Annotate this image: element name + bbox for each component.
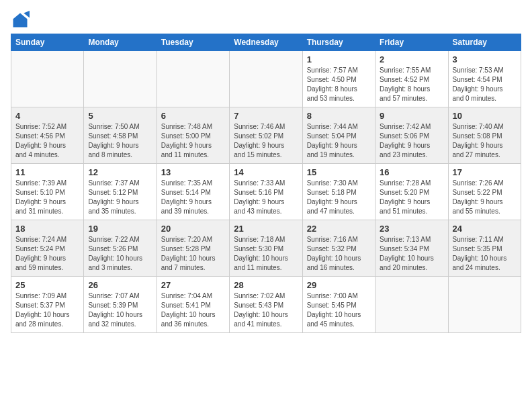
day-number: 22 (307, 224, 371, 234)
calendar-day-cell: 15Sunrise: 7:30 AM Sunset: 5:18 PM Dayli… (302, 164, 375, 220)
day-info: Sunrise: 7:28 AM Sunset: 5:20 PM Dayligh… (380, 179, 443, 216)
day-number: 26 (88, 280, 152, 290)
day-info: Sunrise: 7:26 AM Sunset: 5:22 PM Dayligh… (453, 179, 517, 216)
weekday-header-monday: Monday (84, 34, 157, 51)
day-info: Sunrise: 7:57 AM Sunset: 4:50 PM Dayligh… (307, 66, 371, 103)
day-info: Sunrise: 7:53 AM Sunset: 4:54 PM Dayligh… (453, 66, 517, 103)
day-number: 21 (234, 224, 298, 234)
svg-marker-1 (24, 11, 30, 18)
calendar-week-row: 18Sunrise: 7:24 AM Sunset: 5:24 PM Dayli… (11, 220, 521, 277)
day-info: Sunrise: 7:52 AM Sunset: 4:56 PM Dayligh… (15, 122, 79, 160)
calendar-day-cell: 29Sunrise: 7:00 AM Sunset: 5:45 PM Dayli… (302, 277, 375, 333)
calendar-day-cell: 12Sunrise: 7:37 AM Sunset: 5:12 PM Dayli… (84, 164, 157, 220)
calendar-day-cell: 21Sunrise: 7:18 AM Sunset: 5:30 PM Dayli… (230, 220, 302, 277)
day-info: Sunrise: 7:22 AM Sunset: 5:26 PM Dayligh… (88, 235, 152, 273)
calendar-day-cell: 20Sunrise: 7:20 AM Sunset: 5:28 PM Dayli… (157, 220, 229, 277)
calendar-day-cell: 6Sunrise: 7:48 AM Sunset: 5:00 PM Daylig… (157, 107, 229, 164)
weekday-header-saturday: Saturday (448, 34, 521, 51)
day-info: Sunrise: 7:33 AM Sunset: 5:16 PM Dayligh… (234, 179, 298, 216)
calendar-day-cell: 13Sunrise: 7:35 AM Sunset: 5:14 PM Dayli… (157, 164, 229, 220)
day-number: 2 (380, 54, 443, 64)
day-number: 8 (307, 111, 371, 121)
day-info: Sunrise: 7:07 AM Sunset: 5:39 PM Dayligh… (88, 291, 152, 329)
calendar-day-cell: 19Sunrise: 7:22 AM Sunset: 5:26 PM Dayli… (84, 220, 157, 277)
calendar-day-cell: 22Sunrise: 7:16 AM Sunset: 5:32 PM Dayli… (302, 220, 375, 277)
calendar-day-cell: 9Sunrise: 7:42 AM Sunset: 5:06 PM Daylig… (375, 107, 448, 164)
calendar-day-cell: 2Sunrise: 7:55 AM Sunset: 4:52 PM Daylig… (375, 51, 448, 107)
day-number: 18 (15, 224, 79, 234)
day-info: Sunrise: 7:40 AM Sunset: 5:08 PM Dayligh… (453, 122, 517, 160)
calendar-day-cell (448, 277, 521, 333)
day-number: 24 (453, 224, 517, 234)
day-info: Sunrise: 7:55 AM Sunset: 4:52 PM Dayligh… (380, 66, 443, 103)
day-number: 16 (380, 167, 443, 177)
day-number: 14 (234, 167, 298, 177)
calendar-day-cell: 11Sunrise: 7:39 AM Sunset: 5:10 PM Dayli… (11, 164, 84, 220)
calendar-day-cell: 4Sunrise: 7:52 AM Sunset: 4:56 PM Daylig… (11, 107, 84, 164)
calendar-day-cell: 1Sunrise: 7:57 AM Sunset: 4:50 PM Daylig… (302, 51, 375, 107)
weekday-header-thursday: Thursday (302, 34, 375, 51)
calendar-day-cell: 14Sunrise: 7:33 AM Sunset: 5:16 PM Dayli… (230, 164, 302, 220)
day-info: Sunrise: 7:35 AM Sunset: 5:14 PM Dayligh… (161, 179, 225, 216)
calendar-day-cell: 27Sunrise: 7:04 AM Sunset: 5:41 PM Dayli… (157, 277, 229, 333)
calendar-day-cell (375, 277, 448, 333)
day-info: Sunrise: 7:37 AM Sunset: 5:12 PM Dayligh… (88, 179, 152, 216)
day-info: Sunrise: 7:50 AM Sunset: 4:58 PM Dayligh… (88, 122, 152, 160)
day-number: 6 (161, 111, 225, 121)
day-info: Sunrise: 7:39 AM Sunset: 5:10 PM Dayligh… (15, 179, 79, 216)
calendar-day-cell: 26Sunrise: 7:07 AM Sunset: 5:39 PM Dayli… (84, 277, 157, 333)
calendar-week-row: 25Sunrise: 7:09 AM Sunset: 5:37 PM Dayli… (11, 277, 521, 333)
day-info: Sunrise: 7:30 AM Sunset: 5:18 PM Dayligh… (307, 179, 371, 216)
day-number: 9 (380, 111, 443, 121)
calendar-day-cell: 23Sunrise: 7:13 AM Sunset: 5:34 PM Dayli… (375, 220, 448, 277)
weekday-header-sunday: Sunday (11, 34, 84, 51)
day-number: 7 (234, 111, 298, 121)
logo (11, 11, 32, 30)
day-number: 25 (15, 280, 79, 290)
calendar-day-cell: 18Sunrise: 7:24 AM Sunset: 5:24 PM Dayli… (11, 220, 84, 277)
calendar-week-row: 1Sunrise: 7:57 AM Sunset: 4:50 PM Daylig… (11, 51, 521, 107)
day-info: Sunrise: 7:00 AM Sunset: 5:45 PM Dayligh… (307, 291, 371, 329)
day-number: 5 (88, 111, 152, 121)
calendar-week-row: 11Sunrise: 7:39 AM Sunset: 5:10 PM Dayli… (11, 164, 521, 220)
calendar-day-cell: 25Sunrise: 7:09 AM Sunset: 5:37 PM Dayli… (11, 277, 84, 333)
page-header (11, 11, 521, 30)
calendar-day-cell (230, 51, 302, 107)
weekday-header-tuesday: Tuesday (157, 34, 229, 51)
day-number: 4 (15, 111, 79, 121)
day-info: Sunrise: 7:02 AM Sunset: 5:43 PM Dayligh… (234, 291, 298, 329)
calendar-day-cell (84, 51, 157, 107)
day-number: 19 (88, 224, 152, 234)
calendar-day-cell: 5Sunrise: 7:50 AM Sunset: 4:58 PM Daylig… (84, 107, 157, 164)
day-info: Sunrise: 7:04 AM Sunset: 5:41 PM Dayligh… (161, 291, 225, 329)
weekday-header-friday: Friday (375, 34, 448, 51)
calendar-day-cell: 17Sunrise: 7:26 AM Sunset: 5:22 PM Dayli… (448, 164, 521, 220)
calendar-day-cell (11, 51, 84, 107)
calendar-day-cell (157, 51, 229, 107)
day-number: 15 (307, 167, 371, 177)
day-info: Sunrise: 7:09 AM Sunset: 5:37 PM Dayligh… (15, 291, 79, 329)
day-number: 12 (88, 167, 152, 177)
day-info: Sunrise: 7:20 AM Sunset: 5:28 PM Dayligh… (161, 235, 225, 273)
day-number: 20 (161, 224, 225, 234)
calendar-day-cell: 3Sunrise: 7:53 AM Sunset: 4:54 PM Daylig… (448, 51, 521, 107)
day-number: 23 (380, 224, 443, 234)
calendar-day-cell: 8Sunrise: 7:44 AM Sunset: 5:04 PM Daylig… (302, 107, 375, 164)
day-number: 28 (234, 280, 298, 290)
calendar-day-cell: 10Sunrise: 7:40 AM Sunset: 5:08 PM Dayli… (448, 107, 521, 164)
day-number: 3 (453, 54, 517, 64)
calendar-week-row: 4Sunrise: 7:52 AM Sunset: 4:56 PM Daylig… (11, 107, 521, 164)
day-number: 17 (453, 167, 517, 177)
day-number: 13 (161, 167, 225, 177)
day-info: Sunrise: 7:18 AM Sunset: 5:30 PM Dayligh… (234, 235, 298, 273)
svg-marker-0 (13, 13, 28, 28)
day-number: 29 (307, 280, 371, 290)
day-info: Sunrise: 7:16 AM Sunset: 5:32 PM Dayligh… (307, 235, 371, 273)
calendar-day-cell: 16Sunrise: 7:28 AM Sunset: 5:20 PM Dayli… (375, 164, 448, 220)
calendar-day-cell: 7Sunrise: 7:46 AM Sunset: 5:02 PM Daylig… (230, 107, 302, 164)
calendar-table: SundayMondayTuesdayWednesdayThursdayFrid… (11, 34, 521, 333)
day-info: Sunrise: 7:42 AM Sunset: 5:06 PM Dayligh… (380, 122, 443, 160)
day-number: 1 (307, 54, 371, 64)
calendar-day-cell: 24Sunrise: 7:11 AM Sunset: 5:35 PM Dayli… (448, 220, 521, 277)
weekday-header-row: SundayMondayTuesdayWednesdayThursdayFrid… (11, 34, 521, 51)
